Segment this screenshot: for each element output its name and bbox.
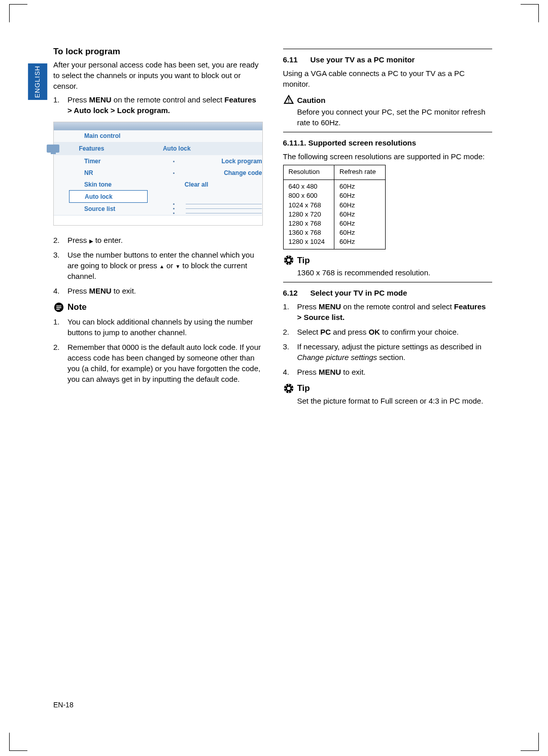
list-number: 3. [283, 341, 297, 363]
list-number: 2. [283, 327, 297, 337]
table-cell: 640 x 480 800 x 600 1024 x 768 1280 x 72… [283, 180, 334, 249]
list-number: 2. [53, 235, 67, 245]
resolution-table: Resolution Refresh rate 640 x 480 800 x … [283, 165, 386, 249]
page-number: EN-18 [53, 700, 74, 710]
list-number: 2. [53, 342, 67, 384]
crop-mark [9, 733, 27, 751]
tip-label: Tip [297, 255, 310, 267]
tip-icon [283, 383, 294, 394]
list-number: 4. [283, 367, 297, 377]
caution-body: Before you connect your PC, set the PC m… [297, 106, 493, 128]
menu-main-control: Main control [54, 130, 262, 142]
step-text: Press MENU on the remote control and sel… [297, 301, 493, 322]
step-text: Press MENU to exit. [67, 285, 263, 296]
svg-rect-1 [56, 305, 61, 306]
list-number: 4. [53, 285, 67, 296]
section-heading: 6.12Select your TV in PC mode [283, 287, 493, 298]
down-arrow-icon [176, 261, 181, 270]
note-label: Note [67, 301, 87, 313]
list-number: 3. [53, 249, 67, 281]
note-text: Remember that 0000 is the default auto l… [67, 342, 263, 384]
crop-mark [521, 4, 539, 22]
table-cell: 60Hz 60Hz 60Hz 60Hz 60Hz 60Hz 60Hz [334, 180, 386, 249]
list-number: 1. [283, 301, 297, 322]
right-arrow-icon [89, 236, 93, 244]
step-text: Select PC and press OK to confirm your c… [297, 327, 493, 337]
note-text: You can block additional channels by usi… [67, 316, 263, 338]
svg-rect-3 [56, 309, 60, 310]
tip-body: 1360 x 768 is recommended resolution. [297, 267, 493, 278]
subsection-heading: 6.11.1. Supported screen resolutions [283, 137, 493, 148]
table-header: Resolution [283, 165, 334, 180]
step-text: Press MENU to exit. [297, 367, 493, 377]
step-text: Press MENU on the remote control and sel… [67, 94, 263, 116]
tip-icon [283, 255, 294, 266]
crop-mark [521, 733, 539, 751]
language-tab: ENGLISH [28, 63, 47, 100]
step-text: If necessary, adjust the picture setting… [297, 341, 493, 363]
note-icon [53, 302, 64, 313]
table-header: Refresh rate [334, 165, 386, 180]
list-number: 1. [53, 316, 67, 338]
caution-icon [283, 94, 294, 105]
step-text: Use the number buttons to enter the chan… [67, 249, 263, 281]
lock-program-heading: To lock program [53, 46, 263, 58]
section-heading: 6.11Use your TV as a PC monitor [283, 54, 493, 65]
tip-body: Set the picture format to Full screen or… [297, 395, 493, 406]
section-body: Using a VGA cable connects a PC to your … [283, 68, 493, 89]
svg-rect-2 [56, 307, 61, 308]
menu-screenshot: Main control Features Auto lock Timer NR… [53, 122, 263, 226]
svg-point-18 [287, 387, 290, 390]
svg-rect-5 [288, 98, 289, 101]
tv-icon [47, 145, 59, 153]
lock-program-intro: After your personal access code has been… [53, 59, 263, 91]
list-number: 1. [53, 94, 67, 116]
left-column: To lock program After your personal acce… [53, 46, 263, 410]
up-arrow-icon [159, 261, 164, 270]
svg-point-8 [287, 259, 290, 262]
step-text: Press to enter. [67, 235, 263, 245]
right-column: 6.11Use your TV as a PC monitor Using a … [283, 46, 493, 410]
crop-mark [9, 4, 27, 22]
tip-label: Tip [297, 382, 310, 394]
svg-rect-6 [288, 101, 289, 102]
page-content: ENGLISH To lock program After your perso… [53, 46, 492, 705]
subsection-body: The following screen resolutions are sup… [283, 151, 493, 162]
caution-label: Caution [297, 95, 326, 105]
